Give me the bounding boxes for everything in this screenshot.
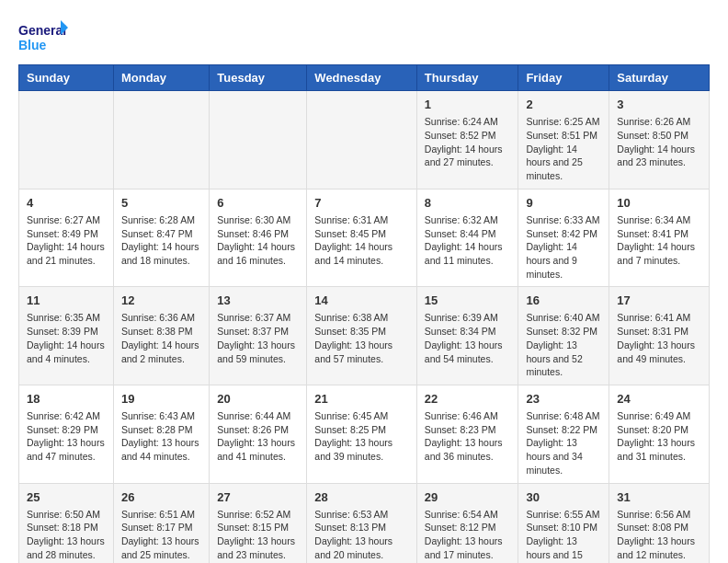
- calendar-week-row: 1Sunrise: 6:24 AM Sunset: 8:52 PM Daylig…: [19, 91, 710, 190]
- day-number: 22: [425, 391, 511, 408]
- calendar-cell: [19, 91, 114, 190]
- calendar-cell: [113, 91, 209, 190]
- day-number: 1: [425, 97, 511, 113]
- day-number: 23: [526, 391, 601, 408]
- day-number: 25: [27, 489, 106, 506]
- calendar-cell: 12Sunrise: 6:36 AM Sunset: 8:38 PM Dayli…: [113, 287, 209, 385]
- day-number: 14: [314, 293, 409, 309]
- calendar-cell: 25Sunrise: 6:50 AM Sunset: 8:18 PM Dayli…: [19, 483, 114, 563]
- calendar-cell: 22Sunrise: 6:46 AM Sunset: 8:23 PM Dayli…: [416, 385, 518, 483]
- column-header-sunday: Sunday: [19, 65, 114, 91]
- day-info: Sunrise: 6:44 AM Sunset: 8:26 PM Dayligh…: [217, 409, 299, 464]
- day-number: 27: [217, 489, 299, 506]
- calendar-cell: [307, 91, 417, 190]
- day-info: Sunrise: 6:36 AM Sunset: 8:38 PM Dayligh…: [121, 311, 201, 365]
- day-number: 24: [617, 391, 701, 408]
- day-info: Sunrise: 6:50 AM Sunset: 8:18 PM Dayligh…: [27, 508, 106, 562]
- calendar-cell: 9Sunrise: 6:33 AM Sunset: 8:42 PM Daylig…: [518, 189, 609, 287]
- column-header-friday: Friday: [518, 65, 609, 91]
- day-number: 26: [121, 489, 201, 506]
- calendar-cell: 14Sunrise: 6:38 AM Sunset: 8:35 PM Dayli…: [307, 287, 417, 385]
- calendar-cell: 11Sunrise: 6:35 AM Sunset: 8:39 PM Dayli…: [19, 287, 114, 385]
- day-info: Sunrise: 6:33 AM Sunset: 8:42 PM Dayligh…: [526, 213, 601, 281]
- day-info: Sunrise: 6:53 AM Sunset: 8:13 PM Dayligh…: [314, 508, 409, 562]
- calendar-cell: 18Sunrise: 6:42 AM Sunset: 8:29 PM Dayli…: [19, 385, 114, 483]
- day-number: 12: [121, 293, 201, 309]
- day-info: Sunrise: 6:45 AM Sunset: 8:25 PM Dayligh…: [314, 409, 409, 464]
- calendar-table: SundayMondayTuesdayWednesdayThursdayFrid…: [18, 64, 710, 563]
- header: GeneralBlue: [18, 18, 710, 55]
- svg-text:Blue: Blue: [18, 38, 47, 52]
- day-number: 5: [121, 195, 201, 212]
- column-header-saturday: Saturday: [609, 65, 710, 91]
- day-info: Sunrise: 6:28 AM Sunset: 8:47 PM Dayligh…: [121, 213, 201, 268]
- day-number: 6: [217, 195, 299, 212]
- calendar-cell: 23Sunrise: 6:48 AM Sunset: 8:22 PM Dayli…: [518, 385, 609, 483]
- day-info: Sunrise: 6:31 AM Sunset: 8:45 PM Dayligh…: [314, 213, 409, 268]
- calendar-cell: 30Sunrise: 6:55 AM Sunset: 8:10 PM Dayli…: [518, 483, 609, 563]
- column-header-thursday: Thursday: [416, 65, 518, 91]
- day-info: Sunrise: 6:25 AM Sunset: 8:51 PM Dayligh…: [526, 115, 601, 182]
- day-info: Sunrise: 6:49 AM Sunset: 8:20 PM Dayligh…: [617, 409, 701, 464]
- calendar-cell: 10Sunrise: 6:34 AM Sunset: 8:41 PM Dayli…: [609, 189, 710, 287]
- day-number: 28: [314, 489, 409, 506]
- day-number: 10: [617, 195, 701, 212]
- svg-text:General: General: [18, 23, 66, 38]
- calendar-cell: 1Sunrise: 6:24 AM Sunset: 8:52 PM Daylig…: [416, 91, 518, 190]
- calendar-week-row: 11Sunrise: 6:35 AM Sunset: 8:39 PM Dayli…: [19, 287, 710, 385]
- calendar-week-row: 18Sunrise: 6:42 AM Sunset: 8:29 PM Dayli…: [19, 385, 710, 483]
- day-info: Sunrise: 6:40 AM Sunset: 8:32 PM Dayligh…: [526, 311, 601, 378]
- calendar-cell: 19Sunrise: 6:43 AM Sunset: 8:28 PM Dayli…: [113, 385, 209, 483]
- day-number: 2: [526, 97, 601, 113]
- calendar-cell: 27Sunrise: 6:52 AM Sunset: 8:15 PM Dayli…: [210, 483, 307, 563]
- day-number: 3: [617, 97, 701, 113]
- day-info: Sunrise: 6:55 AM Sunset: 8:10 PM Dayligh…: [526, 508, 601, 563]
- calendar-cell: 24Sunrise: 6:49 AM Sunset: 8:20 PM Dayli…: [609, 385, 710, 483]
- calendar-cell: 4Sunrise: 6:27 AM Sunset: 8:49 PM Daylig…: [19, 189, 114, 287]
- day-info: Sunrise: 6:30 AM Sunset: 8:46 PM Dayligh…: [217, 213, 299, 268]
- column-header-wednesday: Wednesday: [307, 65, 417, 91]
- calendar-cell: 31Sunrise: 6:56 AM Sunset: 8:08 PM Dayli…: [609, 483, 710, 563]
- calendar-cell: [210, 91, 307, 190]
- calendar-cell: 28Sunrise: 6:53 AM Sunset: 8:13 PM Dayli…: [307, 483, 417, 563]
- day-number: 11: [27, 293, 106, 309]
- day-number: 15: [425, 293, 511, 309]
- day-number: 30: [526, 489, 601, 506]
- calendar-cell: 3Sunrise: 6:26 AM Sunset: 8:50 PM Daylig…: [609, 91, 710, 190]
- day-number: 16: [526, 293, 601, 309]
- calendar-week-row: 25Sunrise: 6:50 AM Sunset: 8:18 PM Dayli…: [19, 483, 710, 563]
- day-info: Sunrise: 6:46 AM Sunset: 8:23 PM Dayligh…: [425, 409, 511, 464]
- calendar-cell: 16Sunrise: 6:40 AM Sunset: 8:32 PM Dayli…: [518, 287, 609, 385]
- calendar-cell: 7Sunrise: 6:31 AM Sunset: 8:45 PM Daylig…: [307, 189, 417, 287]
- day-number: 13: [217, 293, 299, 309]
- calendar-cell: 8Sunrise: 6:32 AM Sunset: 8:44 PM Daylig…: [416, 189, 518, 287]
- calendar-cell: 2Sunrise: 6:25 AM Sunset: 8:51 PM Daylig…: [518, 91, 609, 190]
- day-info: Sunrise: 6:42 AM Sunset: 8:29 PM Dayligh…: [27, 409, 106, 464]
- day-info: Sunrise: 6:38 AM Sunset: 8:35 PM Dayligh…: [314, 311, 409, 365]
- day-info: Sunrise: 6:24 AM Sunset: 8:52 PM Dayligh…: [425, 115, 511, 169]
- day-number: 8: [425, 195, 511, 212]
- day-info: Sunrise: 6:34 AM Sunset: 8:41 PM Dayligh…: [617, 213, 701, 268]
- day-info: Sunrise: 6:51 AM Sunset: 8:17 PM Dayligh…: [121, 508, 201, 562]
- day-info: Sunrise: 6:54 AM Sunset: 8:12 PM Dayligh…: [425, 508, 511, 562]
- column-header-monday: Monday: [113, 65, 209, 91]
- day-number: 17: [617, 293, 701, 309]
- day-number: 4: [27, 195, 106, 212]
- day-info: Sunrise: 6:56 AM Sunset: 8:08 PM Dayligh…: [617, 508, 701, 562]
- day-info: Sunrise: 6:52 AM Sunset: 8:15 PM Dayligh…: [217, 508, 299, 562]
- day-info: Sunrise: 6:43 AM Sunset: 8:28 PM Dayligh…: [121, 409, 201, 464]
- calendar-cell: 21Sunrise: 6:45 AM Sunset: 8:25 PM Dayli…: [307, 385, 417, 483]
- day-info: Sunrise: 6:35 AM Sunset: 8:39 PM Dayligh…: [27, 311, 106, 365]
- day-info: Sunrise: 6:37 AM Sunset: 8:37 PM Dayligh…: [217, 311, 299, 365]
- calendar-cell: 6Sunrise: 6:30 AM Sunset: 8:46 PM Daylig…: [210, 189, 307, 287]
- day-info: Sunrise: 6:32 AM Sunset: 8:44 PM Dayligh…: [425, 213, 511, 268]
- day-info: Sunrise: 6:48 AM Sunset: 8:22 PM Dayligh…: [526, 409, 601, 477]
- day-number: 29: [425, 489, 511, 506]
- day-number: 9: [526, 195, 601, 212]
- calendar-week-row: 4Sunrise: 6:27 AM Sunset: 8:49 PM Daylig…: [19, 189, 710, 287]
- column-header-tuesday: Tuesday: [210, 65, 307, 91]
- day-number: 19: [121, 391, 201, 408]
- day-info: Sunrise: 6:39 AM Sunset: 8:34 PM Dayligh…: [425, 311, 511, 365]
- calendar-cell: 5Sunrise: 6:28 AM Sunset: 8:47 PM Daylig…: [113, 189, 209, 287]
- calendar-cell: 20Sunrise: 6:44 AM Sunset: 8:26 PM Dayli…: [210, 385, 307, 483]
